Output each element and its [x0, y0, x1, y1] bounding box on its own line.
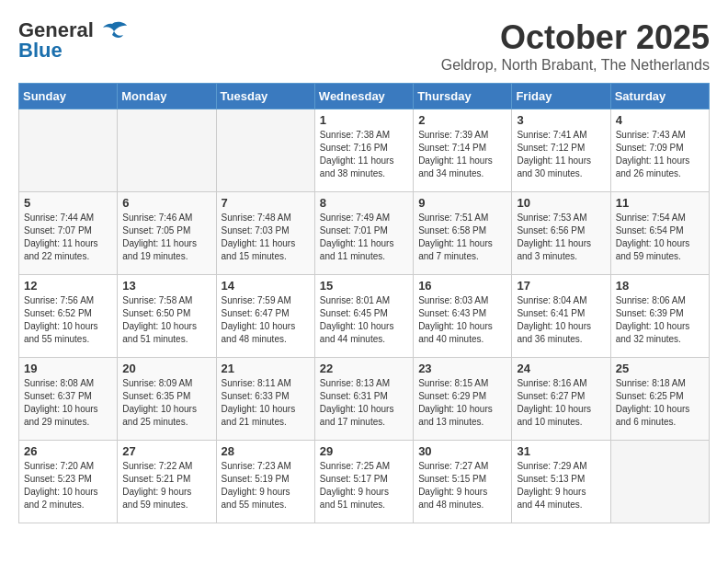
calendar-header-row: SundayMondayTuesdayWednesdayThursdayFrid…	[19, 84, 710, 109]
day-number: 31	[517, 444, 605, 458]
day-info: Sunrise: 7:20 AM Sunset: 5:23 PM Dayligh…	[24, 460, 112, 511]
day-number: 16	[418, 279, 506, 293]
day-number: 15	[320, 279, 408, 293]
logo-text-blue: Blue	[18, 39, 63, 63]
day-number: 26	[24, 444, 112, 458]
day-info: Sunrise: 7:56 AM Sunset: 6:52 PM Dayligh…	[24, 294, 112, 346]
day-info: Sunrise: 7:59 AM Sunset: 6:47 PM Dayligh…	[222, 294, 310, 346]
day-info: Sunrise: 8:16 AM Sunset: 6:27 PM Dayligh…	[517, 377, 605, 429]
calendar-cell: 20Sunrise: 8:09 AM Sunset: 6:35 PM Dayli…	[118, 358, 216, 441]
calendar-week-row: 1Sunrise: 7:38 AM Sunset: 7:16 PM Daylig…	[19, 109, 710, 192]
calendar-cell: 21Sunrise: 8:11 AM Sunset: 6:33 PM Dayli…	[216, 358, 314, 441]
day-number: 1	[320, 113, 408, 127]
day-number: 17	[517, 279, 605, 293]
calendar-cell: 28Sunrise: 7:23 AM Sunset: 5:19 PM Dayli…	[216, 441, 314, 523]
calendar-cell: 23Sunrise: 8:15 AM Sunset: 6:29 PM Dayli…	[414, 358, 512, 441]
calendar-cell: 11Sunrise: 7:54 AM Sunset: 6:54 PM Dayli…	[610, 192, 709, 275]
calendar-cell: 27Sunrise: 7:22 AM Sunset: 5:21 PM Dayli…	[118, 441, 216, 523]
day-info: Sunrise: 7:27 AM Sunset: 5:15 PM Dayligh…	[418, 460, 506, 511]
day-number: 24	[517, 362, 605, 375]
calendar-table: SundayMondayTuesdayWednesdayThursdayFrid…	[18, 83, 710, 523]
day-info: Sunrise: 8:13 AM Sunset: 6:31 PM Dayligh…	[320, 377, 408, 429]
day-info: Sunrise: 7:54 AM Sunset: 6:54 PM Dayligh…	[616, 212, 704, 263]
day-info: Sunrise: 8:09 AM Sunset: 6:35 PM Dayligh…	[122, 377, 210, 429]
calendar-week-row: 12Sunrise: 7:56 AM Sunset: 6:52 PM Dayli…	[19, 275, 710, 358]
calendar-cell: 16Sunrise: 8:03 AM Sunset: 6:43 PM Dayli…	[414, 275, 512, 358]
calendar-cell: 10Sunrise: 7:53 AM Sunset: 6:56 PM Dayli…	[512, 192, 610, 275]
day-info: Sunrise: 7:43 AM Sunset: 7:09 PM Dayligh…	[616, 129, 704, 180]
day-number: 4	[616, 113, 704, 127]
day-info: Sunrise: 7:39 AM Sunset: 7:14 PM Dayligh…	[418, 129, 506, 180]
calendar-cell: 14Sunrise: 7:59 AM Sunset: 6:47 PM Dayli…	[216, 275, 314, 358]
day-number: 10	[517, 196, 605, 210]
day-number: 5	[24, 196, 112, 210]
day-number: 13	[122, 279, 210, 293]
day-info: Sunrise: 7:29 AM Sunset: 5:13 PM Dayligh…	[517, 460, 605, 511]
calendar-cell: 8Sunrise: 7:49 AM Sunset: 7:01 PM Daylig…	[314, 192, 413, 275]
calendar-week-row: 5Sunrise: 7:44 AM Sunset: 7:07 PM Daylig…	[19, 192, 710, 275]
calendar-cell: 15Sunrise: 8:01 AM Sunset: 6:45 PM Dayli…	[314, 275, 413, 358]
day-info: Sunrise: 8:08 AM Sunset: 6:37 PM Dayligh…	[24, 377, 112, 429]
day-number: 30	[418, 444, 506, 458]
day-info: Sunrise: 7:22 AM Sunset: 5:21 PM Dayligh…	[122, 460, 210, 511]
day-number: 25	[616, 362, 704, 375]
day-number: 29	[320, 444, 408, 458]
day-info: Sunrise: 7:49 AM Sunset: 7:01 PM Dayligh…	[320, 212, 408, 263]
calendar-cell: 25Sunrise: 8:18 AM Sunset: 6:25 PM Dayli…	[610, 358, 709, 441]
day-number: 7	[222, 196, 310, 210]
weekday-header-monday: Monday	[118, 84, 216, 109]
day-info: Sunrise: 7:38 AM Sunset: 7:16 PM Dayligh…	[320, 129, 408, 180]
calendar-cell: 26Sunrise: 7:20 AM Sunset: 5:23 PM Dayli…	[19, 441, 118, 523]
calendar-cell: 7Sunrise: 7:48 AM Sunset: 7:03 PM Daylig…	[216, 192, 314, 275]
day-number: 19	[24, 362, 112, 375]
calendar-cell: 6Sunrise: 7:46 AM Sunset: 7:05 PM Daylig…	[118, 192, 216, 275]
calendar-cell: 2Sunrise: 7:39 AM Sunset: 7:14 PM Daylig…	[414, 109, 512, 192]
day-info: Sunrise: 7:53 AM Sunset: 6:56 PM Dayligh…	[517, 212, 605, 263]
day-info: Sunrise: 8:01 AM Sunset: 6:45 PM Dayligh…	[320, 294, 408, 346]
calendar-cell	[19, 109, 118, 192]
day-info: Sunrise: 7:41 AM Sunset: 7:12 PM Dayligh…	[517, 129, 605, 180]
day-info: Sunrise: 8:06 AM Sunset: 6:39 PM Dayligh…	[616, 294, 704, 346]
day-number: 2	[418, 113, 506, 127]
calendar-cell: 17Sunrise: 8:04 AM Sunset: 6:41 PM Dayli…	[512, 275, 610, 358]
day-info: Sunrise: 8:18 AM Sunset: 6:25 PM Dayligh…	[616, 377, 704, 429]
day-info: Sunrise: 8:04 AM Sunset: 6:41 PM Dayligh…	[517, 294, 605, 346]
day-number: 12	[24, 279, 112, 293]
day-number: 11	[616, 196, 704, 210]
calendar-cell	[216, 109, 314, 192]
day-number: 14	[222, 279, 310, 293]
day-number: 20	[122, 362, 210, 375]
day-info: Sunrise: 7:23 AM Sunset: 5:19 PM Dayligh…	[222, 460, 310, 511]
calendar-cell: 13Sunrise: 7:58 AM Sunset: 6:50 PM Dayli…	[118, 275, 216, 358]
logo-bird-icon	[97, 20, 127, 40]
day-number: 18	[616, 279, 704, 293]
calendar-cell: 31Sunrise: 7:29 AM Sunset: 5:13 PM Dayli…	[512, 441, 610, 523]
calendar-cell: 5Sunrise: 7:44 AM Sunset: 7:07 PM Daylig…	[19, 192, 118, 275]
calendar-cell	[118, 109, 216, 192]
calendar-cell: 9Sunrise: 7:51 AM Sunset: 6:58 PM Daylig…	[414, 192, 512, 275]
logo: General Blue	[18, 18, 127, 63]
weekday-header-saturday: Saturday	[610, 84, 709, 109]
calendar-week-row: 19Sunrise: 8:08 AM Sunset: 6:37 PM Dayli…	[19, 358, 710, 441]
month-title: October 2025	[441, 18, 710, 57]
title-section: October 2025 Geldrop, North Brabant, The…	[441, 18, 710, 74]
calendar-cell: 29Sunrise: 7:25 AM Sunset: 5:17 PM Dayli…	[314, 441, 413, 523]
day-number: 8	[320, 196, 408, 210]
weekday-header-tuesday: Tuesday	[216, 84, 314, 109]
day-number: 23	[418, 362, 506, 375]
day-info: Sunrise: 7:25 AM Sunset: 5:17 PM Dayligh…	[320, 460, 408, 511]
day-info: Sunrise: 7:46 AM Sunset: 7:05 PM Dayligh…	[122, 212, 210, 263]
calendar-cell: 3Sunrise: 7:41 AM Sunset: 7:12 PM Daylig…	[512, 109, 610, 192]
day-number: 9	[418, 196, 506, 210]
calendar-cell: 1Sunrise: 7:38 AM Sunset: 7:16 PM Daylig…	[314, 109, 413, 192]
calendar-cell: 12Sunrise: 7:56 AM Sunset: 6:52 PM Dayli…	[19, 275, 118, 358]
day-number: 28	[222, 444, 310, 458]
day-info: Sunrise: 8:15 AM Sunset: 6:29 PM Dayligh…	[418, 377, 506, 429]
calendar-cell: 24Sunrise: 8:16 AM Sunset: 6:27 PM Dayli…	[512, 358, 610, 441]
page-header: General Blue October 2025 Geldrop, North…	[18, 18, 710, 74]
calendar-cell: 4Sunrise: 7:43 AM Sunset: 7:09 PM Daylig…	[610, 109, 709, 192]
weekday-header-thursday: Thursday	[414, 84, 512, 109]
weekday-header-wednesday: Wednesday	[314, 84, 413, 109]
day-number: 27	[122, 444, 210, 458]
calendar-cell: 18Sunrise: 8:06 AM Sunset: 6:39 PM Dayli…	[610, 275, 709, 358]
